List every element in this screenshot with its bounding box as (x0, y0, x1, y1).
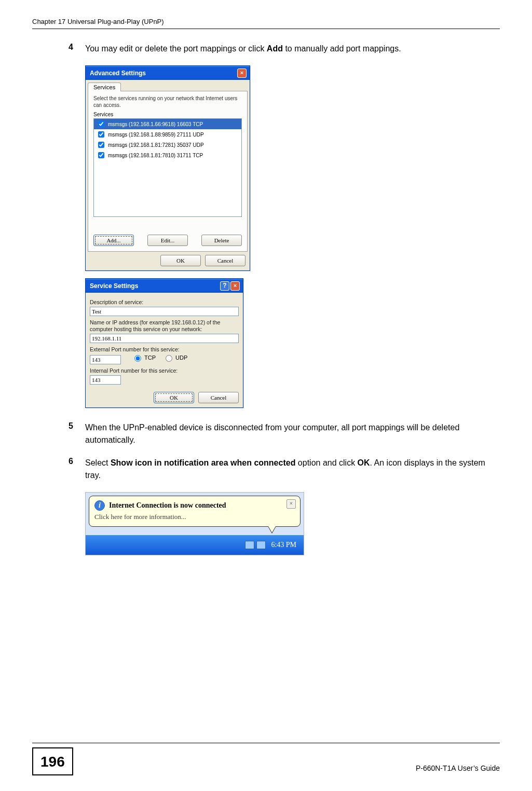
external-port-label: External Port number for this service: (90, 346, 239, 353)
systray-screenshot: × i Internet Connection is now connected… (85, 492, 304, 555)
page-number: 196 (32, 747, 73, 775)
external-port-input[interactable] (90, 355, 121, 364)
step-6-bold1: Show icon in notification area when conn… (111, 458, 295, 467)
step-6-bold2: OK (358, 458, 370, 467)
services-tab-panel: Select the services running on your netw… (88, 91, 248, 252)
host-label: Name or IP address (for example 192.168.… (90, 319, 239, 333)
step-6-mid: option and click (295, 458, 357, 467)
cancel-button[interactable]: Cancel (205, 255, 245, 266)
cancel-button[interactable]: Cancel (198, 392, 239, 403)
advanced-settings-window: Advanced Settings × Services Select the … (85, 65, 250, 271)
taskbar: 6:43 PM (86, 535, 304, 555)
udp-radio[interactable] (166, 355, 172, 362)
step-4-text: You may edit or delete the port mappings… (85, 43, 401, 55)
step-6-text: Select Show icon in notification area wh… (85, 457, 485, 482)
step-4-bold: Add (267, 44, 283, 53)
service-item[interactable]: msmsgs (192.168.1.81:7810) 31711 TCP (94, 150, 241, 160)
network-icon[interactable] (245, 541, 254, 549)
step-5: 5 When the UPnP-enabled device is discon… (69, 421, 485, 446)
balloon-close-icon[interactable]: × (287, 499, 296, 509)
advanced-settings-titlebar: Advanced Settings × (86, 66, 250, 80)
step-5-text: When the UPnP-enabled device is disconne… (85, 421, 485, 446)
ok-button[interactable]: OK (160, 255, 201, 266)
service-item-label: msmsgs (192.168.1.88:9859) 27111 UDP (108, 132, 204, 138)
balloon-tail-icon (268, 526, 276, 534)
edit-button[interactable]: Edit... (147, 235, 188, 246)
tcp-label: TCP (144, 354, 156, 361)
internal-port-input[interactable] (90, 375, 121, 385)
host-input[interactable] (90, 334, 239, 343)
ok-button[interactable]: OK (154, 392, 194, 403)
page-footer: 196 P-660N-T1A User’s Guide (32, 743, 500, 775)
step-6: 6 Select Show icon in notification area … (69, 457, 485, 482)
tab-services[interactable]: Services (88, 83, 121, 91)
service-checkbox[interactable] (98, 121, 104, 127)
service-item[interactable]: msmsgs (192.168.1.88:9859) 27111 UDP (94, 129, 241, 140)
services-list[interactable]: msmsgs (192.168.1.66:9618) 16603 TCP msm… (93, 118, 242, 217)
udp-label: UDP (175, 354, 187, 361)
service-item[interactable]: msmsgs (192.168.1.66:9618) 16603 TCP (94, 119, 241, 129)
add-button[interactable]: Add... (93, 235, 134, 246)
description-input[interactable] (90, 307, 239, 316)
service-item-label: msmsgs (192.168.1.66:9618) 16603 TCP (108, 121, 203, 127)
close-icon[interactable]: × (230, 281, 240, 291)
step-4-number: 4 (69, 43, 85, 55)
internal-port-label: Internal Port number for this service: (90, 367, 239, 374)
step-4: 4 You may edit or delete the port mappin… (69, 43, 485, 55)
service-item-label: msmsgs (192.168.1.81:7281) 35037 UDP (108, 142, 204, 148)
tcp-radio[interactable] (134, 355, 141, 362)
close-icon[interactable]: × (237, 69, 247, 78)
service-item[interactable]: msmsgs (192.168.1.81:7281) 35037 UDP (94, 140, 241, 150)
service-settings-titlebar: Service Settings ? × (86, 279, 243, 293)
network-icon[interactable] (256, 541, 266, 549)
info-icon: i (94, 500, 105, 511)
step-5-number: 5 (69, 421, 85, 446)
step-6-pre: Select (85, 458, 111, 467)
service-settings-title: Service Settings (90, 282, 138, 290)
service-checkbox[interactable] (98, 142, 104, 148)
help-icon[interactable]: ? (220, 281, 229, 291)
notification-balloon[interactable]: × i Internet Connection is now connected… (89, 496, 301, 527)
guide-name: P-660N-T1A User’s Guide (416, 764, 500, 775)
service-settings-window: Service Settings ? × Description of serv… (85, 278, 243, 408)
step-4-post: to manually add port mappings. (283, 44, 401, 53)
balloon-title-text: Internet Connection is now connected (109, 501, 226, 510)
balloon-subtext: Click here for more information... (94, 513, 295, 521)
service-checkbox[interactable] (98, 152, 104, 158)
service-settings-body: Description of service: Name or IP addre… (86, 293, 243, 389)
running-header: Chapter 17 Universal Plug-and-Play (UPnP… (32, 18, 500, 29)
step-4-pre: You may edit or delete the port mappings… (85, 44, 267, 53)
tray-icons (245, 541, 266, 549)
delete-button[interactable]: Delete (201, 235, 242, 246)
description-label: Description of service: (90, 299, 239, 306)
clock: 6:43 PM (271, 541, 296, 549)
service-checkbox[interactable] (98, 131, 104, 138)
services-label: Services (93, 112, 242, 117)
service-item-label: msmsgs (192.168.1.81:7810) 31711 TCP (108, 153, 203, 158)
step-6-number: 6 (69, 457, 85, 482)
advanced-settings-title: Advanced Settings (90, 70, 146, 77)
services-description: Select the services running on your netw… (93, 96, 242, 108)
